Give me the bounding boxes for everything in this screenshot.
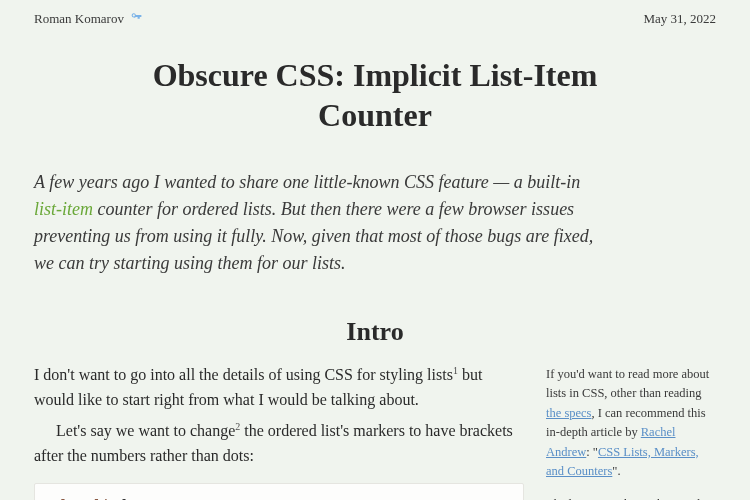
publish-date: May 31, 2022 (643, 11, 716, 27)
content-row: I don't want to go into all the details … (34, 363, 716, 500)
code-block: ol > li { list-style-type: none; } ol::b… (34, 483, 524, 500)
article-title: Obscure CSS: Implicit List-Item Counter (135, 55, 615, 135)
sidebar-column: If you'd want to read more about lists i… (546, 363, 716, 500)
key-icon (130, 10, 143, 27)
body-paragraph: Let's say we want to change2 the ordered… (34, 419, 524, 469)
list-item-link[interactable]: list-item (34, 199, 93, 219)
specs-link[interactable]: the specs (546, 406, 591, 420)
body-paragraph: I don't want to go into all the details … (34, 363, 524, 413)
author-block: Roman Komarov (34, 10, 143, 27)
author-name: Roman Komarov (34, 11, 124, 27)
main-column: I don't want to go into all the details … (34, 363, 524, 500)
section-heading-intro: Intro (34, 317, 716, 347)
sidebar-note-2: The live examples in this article would … (546, 495, 716, 500)
intro-paragraph: A few years ago I wanted to share one li… (34, 169, 594, 277)
sidebar-note-1: If you'd want to read more about lists i… (546, 365, 716, 481)
page-header: Roman Komarov May 31, 2022 (34, 10, 716, 27)
